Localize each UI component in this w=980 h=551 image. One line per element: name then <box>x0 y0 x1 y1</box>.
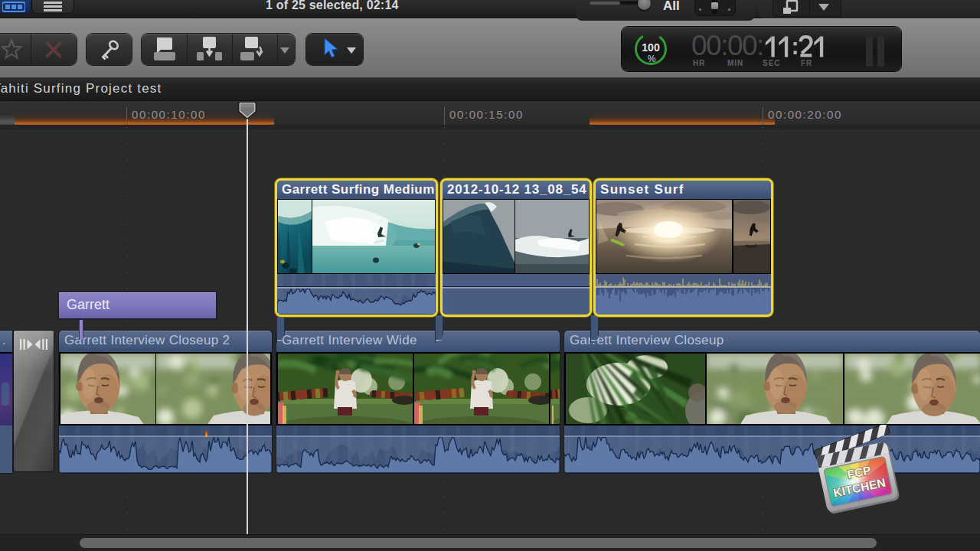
svg-text:100: 100 <box>642 41 660 54</box>
svg-text:%: % <box>648 54 656 64</box>
